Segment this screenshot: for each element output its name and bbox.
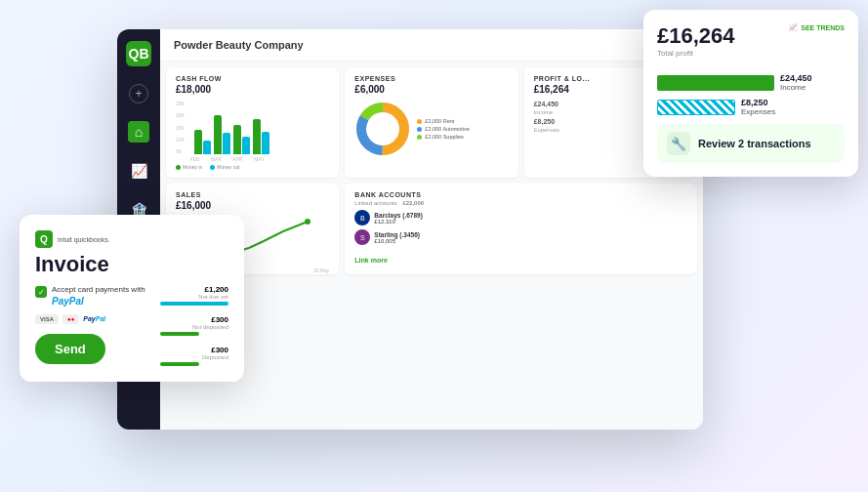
accept-check: ✓ Accept card payments with PayPal: [35, 285, 150, 308]
barclays-item: B Barclays (.6789) £12,310: [354, 210, 687, 226]
profit-income-row: £24,450 Income: [657, 73, 845, 92]
amount2-val: £300: [160, 315, 228, 324]
mc-badge: ●●: [62, 314, 79, 324]
see-trends-button[interactable]: 📈 SEE TRENDS: [789, 23, 845, 31]
check-icon: ✓: [35, 286, 47, 298]
barclays-icon: B: [354, 210, 370, 226]
send-button[interactable]: Send: [35, 334, 105, 364]
trend-icon: 📈: [789, 23, 798, 31]
review-icon: 🔧: [667, 132, 690, 155]
amount3-val: £300: [160, 346, 228, 354]
invoice-amounts: £1,200 Not due yet £300 Not deposited £3…: [160, 285, 228, 366]
bank-accounts-card: BANK ACCOUNTS Linked accounts £22,000 B …: [345, 184, 697, 274]
company-name: Powder Beauty Company: [174, 39, 304, 51]
sidebar-add-button[interactable]: +: [129, 84, 148, 103]
qb-logo-area: Q intuit quickbooks.: [35, 230, 228, 248]
total-profit-label: Total profit: [657, 49, 735, 58]
donut-area: £2,000 Rent £2,000 Automotive £2,000 Sup…: [354, 101, 508, 157]
expenses-card: EXPENSES £6,000: [345, 67, 517, 178]
total-profit-value: £16,264: [657, 23, 735, 49]
amount3-label: Deposited: [160, 354, 228, 360]
accept-text: Accept card payments with PayPal: [52, 285, 145, 308]
donut-legend: £2,000 Rent £2,000 Automotive £2,000 Sup…: [417, 118, 470, 140]
visa-badge: VISA: [35, 314, 59, 324]
sidebar-icon-chart[interactable]: 📈: [128, 160, 149, 182]
expenses-title: EXPENSES: [354, 75, 508, 82]
amount2-label: Not deposited: [160, 324, 228, 330]
cashflow-chart: [194, 101, 269, 154]
sidebar-logo[interactable]: QB: [126, 41, 151, 66]
sales-value: £16,000: [176, 200, 329, 211]
starling-icon: S: [354, 229, 370, 245]
expenses-donut: [354, 101, 411, 157]
bank-accounts-title: BANK ACCOUNTS: [354, 191, 687, 198]
invoice-title: Invoice: [35, 252, 228, 277]
svg-point-4: [367, 113, 398, 144]
sidebar-icon-home[interactable]: ⌂: [128, 121, 149, 143]
payment-methods: VISA ●● PayPal: [35, 314, 150, 324]
qb-brand: intuit quickbooks.: [58, 236, 110, 243]
starling-item: S Starling (.3456) £10,005: [354, 229, 687, 245]
cashflow-value: £18,000: [176, 84, 329, 95]
invoice-card: Q intuit quickbooks. Invoice ✓ Accept ca…: [20, 215, 244, 382]
barclays-info: Barclays (.6789) £12,310: [374, 212, 423, 225]
review-text: Review 2 transactions: [698, 138, 811, 149]
amount1-val: £1,200: [160, 285, 228, 294]
sales-title: SALES: [176, 191, 329, 198]
starling-info: Starling (.3456) £10,005: [374, 231, 420, 244]
profit-card: £16,264 Total profit 📈 SEE TRENDS £24,45…: [643, 10, 858, 177]
amount1-label: Not due yet: [160, 294, 228, 300]
cashflow-title: CASH FLOW: [176, 75, 329, 82]
review-transactions-button[interactable]: 🔧 Review 2 transactions: [657, 124, 845, 163]
cashflow-legend: Money in Money out: [176, 164, 329, 170]
qb-logo: Q: [35, 230, 53, 248]
topbar: Powder Beauty Company: [160, 29, 703, 62]
paypal-text: PayPal: [52, 296, 84, 307]
profit-card-header: £16,264 Total profit 📈 SEE TRENDS: [657, 23, 845, 65]
profit-expense-row: £8,250 Expenses: [657, 98, 845, 116]
link-more-button[interactable]: Link more: [354, 257, 387, 264]
svg-point-5: [305, 219, 310, 225]
paypal-badge: PayPal: [83, 315, 105, 322]
expenses-value: £6,000: [354, 84, 508, 95]
cashflow-card: CASH FLOW £18,000 25K20K15K10K5K: [166, 67, 339, 178]
